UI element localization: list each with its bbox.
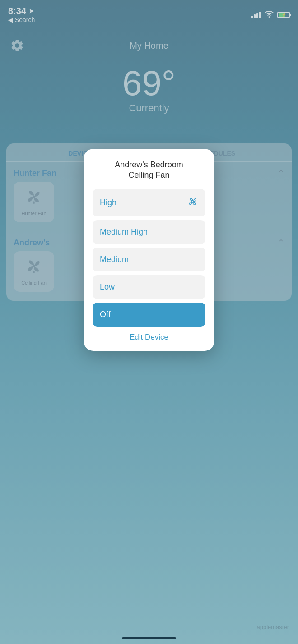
edit-device-button[interactable]: Edit Device xyxy=(93,333,205,342)
home-indicator xyxy=(122,637,176,639)
speed-option-high[interactable]: High xyxy=(93,189,205,216)
speed-label-medium-high: Medium High xyxy=(100,227,148,237)
speed-label-low: Low xyxy=(100,282,115,292)
speed-option-medium[interactable]: Medium xyxy=(93,248,205,271)
speed-option-low[interactable]: Low xyxy=(93,275,205,299)
speed-label-high: High xyxy=(100,198,116,207)
modal-title: Andrew's BedroomCeiling Fan xyxy=(93,160,205,181)
speed-option-off[interactable]: Off xyxy=(93,303,205,327)
speed-option-medium-high[interactable]: Medium High xyxy=(93,220,205,244)
fan-spinning-icon xyxy=(187,196,198,209)
speed-label-medium: Medium xyxy=(100,255,129,264)
fan-speed-modal: Andrew's BedroomCeiling Fan High Medium … xyxy=(84,149,214,351)
speed-label-off: Off xyxy=(100,310,111,319)
